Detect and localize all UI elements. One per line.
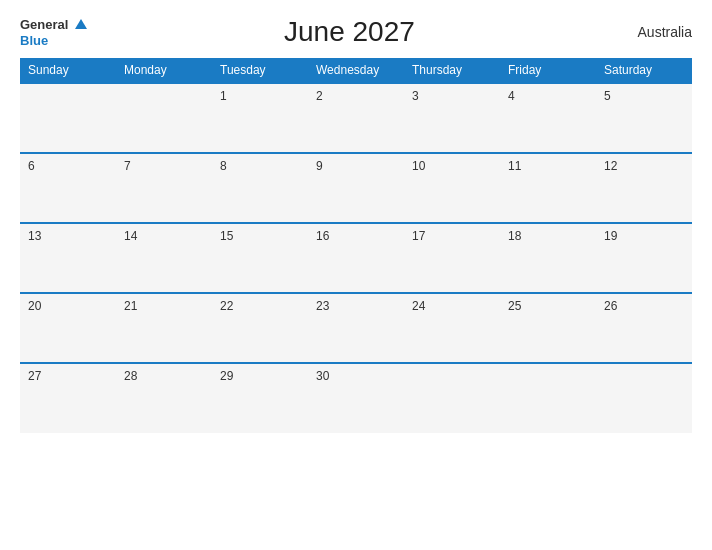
logo-triangle-icon (75, 19, 87, 29)
logo-blue-text: Blue (20, 33, 48, 48)
week-row-1: 1 2 3 4 5 (20, 83, 692, 153)
calendar-table: Sunday Monday Tuesday Wednesday Thursday… (20, 58, 692, 433)
week-row-2: 6 7 8 9 10 11 12 (20, 153, 692, 223)
day-cell (20, 83, 116, 153)
day-cell-27: 27 (20, 363, 116, 433)
day-cell-22: 22 (212, 293, 308, 363)
day-cell-26: 26 (596, 293, 692, 363)
days-of-week-row: Sunday Monday Tuesday Wednesday Thursday… (20, 58, 692, 83)
logo: General Blue (20, 16, 87, 48)
logo-line1: General (20, 16, 87, 32)
day-cell-4: 4 (500, 83, 596, 153)
day-cell-empty (404, 363, 500, 433)
day-cell-21: 21 (116, 293, 212, 363)
day-cell-14: 14 (116, 223, 212, 293)
day-cell-11: 11 (500, 153, 596, 223)
day-cell-16: 16 (308, 223, 404, 293)
week-row-3: 13 14 15 16 17 18 19 (20, 223, 692, 293)
day-cell-10: 10 (404, 153, 500, 223)
day-cell-30: 30 (308, 363, 404, 433)
col-saturday: Saturday (596, 58, 692, 83)
calendar-title: June 2027 (87, 16, 612, 48)
day-cell-7: 7 (116, 153, 212, 223)
day-cell-29: 29 (212, 363, 308, 433)
day-cell-5: 5 (596, 83, 692, 153)
day-cell-6: 6 (20, 153, 116, 223)
week-row-5: 27 28 29 30 (20, 363, 692, 433)
day-cell-19: 19 (596, 223, 692, 293)
col-thursday: Thursday (404, 58, 500, 83)
country-label: Australia (612, 24, 692, 40)
day-cell-15: 15 (212, 223, 308, 293)
day-cell-18: 18 (500, 223, 596, 293)
calendar-header: Sunday Monday Tuesday Wednesday Thursday… (20, 58, 692, 83)
week-row-4: 20 21 22 23 24 25 26 (20, 293, 692, 363)
day-cell-17: 17 (404, 223, 500, 293)
day-cell-12: 12 (596, 153, 692, 223)
col-monday: Monday (116, 58, 212, 83)
day-cell-9: 9 (308, 153, 404, 223)
logo-general-text: General (20, 17, 68, 32)
day-cell-3: 3 (404, 83, 500, 153)
day-cell-2: 2 (308, 83, 404, 153)
col-wednesday: Wednesday (308, 58, 404, 83)
day-cell-13: 13 (20, 223, 116, 293)
day-cell (116, 83, 212, 153)
col-sunday: Sunday (20, 58, 116, 83)
calendar-body: 1 2 3 4 5 6 7 8 9 10 11 12 13 14 15 16 (20, 83, 692, 433)
page: General Blue June 2027 Australia Sunday … (0, 0, 712, 550)
day-cell-20: 20 (20, 293, 116, 363)
logo-line2: Blue (20, 32, 48, 48)
day-cell-28: 28 (116, 363, 212, 433)
col-tuesday: Tuesday (212, 58, 308, 83)
day-cell-23: 23 (308, 293, 404, 363)
day-cell-empty (596, 363, 692, 433)
day-cell-24: 24 (404, 293, 500, 363)
day-cell-25: 25 (500, 293, 596, 363)
day-cell-1: 1 (212, 83, 308, 153)
day-cell-8: 8 (212, 153, 308, 223)
header: General Blue June 2027 Australia (20, 16, 692, 48)
col-friday: Friday (500, 58, 596, 83)
day-cell-empty (500, 363, 596, 433)
